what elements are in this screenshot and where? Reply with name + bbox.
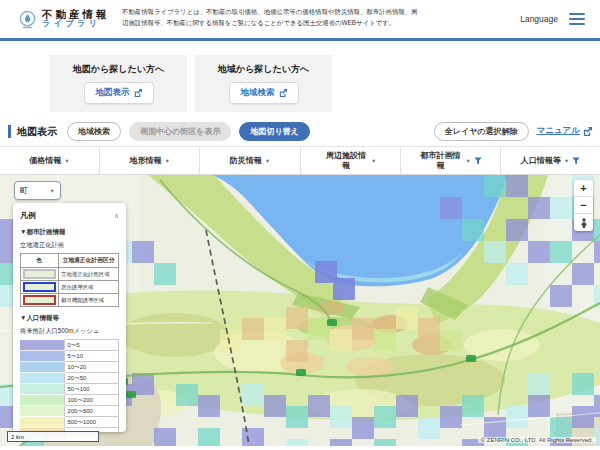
legend-row-label: 居住誘導区域	[59, 281, 119, 294]
legend-subtitle-urban: 立地適正化計画	[20, 241, 119, 250]
legend-row-label: 立地適正化計画区域	[59, 268, 119, 281]
zoom-in-button[interactable]: +	[574, 180, 593, 197]
logo-drop-icon	[18, 10, 37, 29]
zoom-out-button[interactable]: −	[574, 197, 593, 214]
legend-row-label: 都市機能誘導区域	[59, 294, 119, 307]
scale-label: 20〜50	[64, 373, 119, 384]
chevron-down-icon: ▼	[50, 188, 55, 194]
map-display-button[interactable]: 地図表示	[84, 82, 154, 104]
card-search-by-map: 地図から探したい方へ 地図表示	[50, 55, 187, 112]
funnel-filter-icon	[572, 157, 580, 165]
scale-label: 5〜10	[64, 351, 119, 362]
scale-row: 50〜100	[20, 384, 119, 395]
scale-row: 20〜50	[20, 373, 119, 384]
external-link-icon	[134, 89, 142, 97]
scale-row: 5〜10	[20, 351, 119, 362]
filter-label: 周辺施設情報	[324, 151, 368, 169]
chevron-down-icon: ▼	[265, 158, 270, 164]
scale-row: 100〜200	[20, 395, 119, 406]
legend-panel: 凡例 ∧ ▼都市計画情報 立地適正化計画 色 立地適正化計画区分 立地適正化計画…	[13, 203, 126, 432]
swatch-urban-function-zone	[23, 295, 56, 305]
scale-label: 0〜5	[64, 340, 119, 351]
scale-row: 10〜20	[20, 362, 119, 373]
layer-category-bar: 価格情報▼ 地形情報▼ 防災情報▼ 周辺施設情報▼ 都市計画情報▼ 人口情報等▼	[0, 146, 600, 175]
scale-swatch	[20, 395, 64, 406]
scale-label: 10〜20	[64, 362, 119, 373]
scale-bar-label: 2 km	[11, 434, 24, 440]
legend-section-population: ▼人口情報等	[20, 314, 119, 323]
filter-facility-info[interactable]: 周辺施設情報▼	[300, 147, 400, 174]
card-title: 地図から探したい方へ	[73, 63, 164, 76]
map-zoom-control: + −	[574, 180, 593, 231]
map-container: 町 ▼ + − 凡例 ∧ ▼都市計画情報 立地適正化計画 色 立地適正化計画区分…	[0, 175, 600, 446]
chevron-down-icon: ▼	[466, 158, 471, 164]
map-display-button-label: 地図表示	[96, 87, 130, 99]
scale-swatch	[20, 351, 64, 362]
legend-subtitle-population: 将来推計人口500mメッシュ	[20, 327, 119, 336]
scale-row: 500〜1000	[20, 417, 119, 428]
legend-section-urban: ▼都市計画情報	[20, 228, 119, 237]
scale-swatch	[20, 373, 64, 384]
scale-row: 0〜5	[20, 340, 119, 351]
population-scale-table: 0〜5 5〜10 10〜20 20〜50 50〜100 100〜200 200〜…	[20, 339, 119, 432]
scale-row: 200〜500	[20, 406, 119, 417]
scale-swatch	[20, 340, 64, 351]
legend-col-color: 色	[21, 254, 59, 268]
center-block-button[interactable]: 画面中心の街区を表示	[129, 122, 231, 141]
area-search-pill-button[interactable]: 地域検索	[67, 122, 121, 141]
card-search-by-area: 地域から探したい方へ 地域検索	[195, 55, 332, 112]
legend-row: 居住誘導区域	[21, 281, 119, 294]
filter-terrain-info[interactable]: 地形情報▼	[99, 147, 199, 174]
address-level-value: 町	[20, 185, 28, 196]
page-title: 地図表示	[8, 125, 57, 138]
site-header: 不動産情報 ライブラリ 不動産情報ライブラリとは、不動産の取引価格、地価公示等の…	[0, 0, 600, 41]
scale-swatch	[20, 406, 64, 417]
logo-subtitle: ライブラリ	[42, 20, 110, 28]
filter-population-info[interactable]: 人口情報等▼	[500, 147, 600, 174]
chevron-down-icon: ▼	[165, 158, 170, 164]
filter-urban-planning-info[interactable]: 都市計画情報▼	[400, 147, 500, 174]
chevron-down-icon: ▼	[564, 158, 569, 164]
address-level-select[interactable]: 町 ▼	[14, 181, 61, 200]
area-search-button-label: 地域検索	[241, 87, 275, 99]
scale-label: 100〜200	[64, 395, 119, 406]
map-scale-bar: 2 km	[7, 431, 99, 442]
filter-label: 価格情報	[29, 156, 61, 165]
legend-title: 凡例	[20, 210, 36, 221]
area-search-button[interactable]: 地域検索	[229, 82, 299, 104]
legend-col-category: 立地適正化計画区分	[59, 254, 119, 268]
funnel-filter-icon	[474, 157, 482, 165]
filter-price-info[interactable]: 価格情報▼	[0, 147, 99, 174]
map-toolbar: 地図表示 地域検索 画面中心の街区を表示 地図切り替え 全レイヤの選択解除 マニ…	[8, 121, 592, 141]
card-title: 地域から探したい方へ	[218, 63, 309, 76]
site-description: 不動産情報ライブラリとは、不動産の取引価格、地価公示等の価格情報や防災情報、都市…	[122, 7, 420, 28]
scale-label: 200〜500	[64, 406, 119, 417]
swatch-plan-area	[23, 269, 56, 279]
scale-swatch	[20, 384, 64, 395]
legend-row: 立地適正化計画区域	[21, 268, 119, 281]
clear-all-layers-button[interactable]: 全レイヤの選択解除	[434, 122, 529, 141]
external-link-icon	[583, 127, 592, 136]
chevron-down-icon: ▼	[64, 158, 69, 164]
external-link-icon	[279, 89, 287, 97]
site-logo[interactable]: 不動産情報 ライブラリ	[18, 9, 110, 28]
scale-label: 500〜1000	[64, 417, 119, 428]
legend-row: 都市機能誘導区域	[21, 294, 119, 307]
language-button[interactable]: Language	[520, 14, 558, 24]
current-location-button[interactable]	[574, 214, 593, 231]
chevron-down-icon: ▼	[371, 158, 376, 164]
collapse-chevron-icon[interactable]: ∧	[114, 212, 119, 220]
entry-cards: 地図から探したい方へ 地図表示 地域から探したい方へ 地域検索	[50, 55, 600, 112]
scale-label: 50〜100	[64, 384, 119, 395]
manual-link[interactable]: マニュアル	[537, 125, 593, 137]
filter-label: 都市計画情報	[419, 151, 463, 169]
menu-hamburger-icon[interactable]	[569, 13, 585, 25]
scale-swatch	[20, 362, 64, 373]
filter-disaster-info[interactable]: 防災情報▼	[199, 147, 299, 174]
urban-plan-legend-table: 色 立地適正化計画区分 立地適正化計画区域 居住誘導区域 都市機能誘導区域	[20, 253, 119, 307]
map-attribution: © ZENRIN CO., LTD. All Rights Reserved.	[478, 437, 596, 443]
filter-label: 地形情報	[130, 156, 162, 165]
filter-label: 人口情報等	[521, 156, 561, 165]
map-switch-button[interactable]: 地図切り替え	[239, 122, 309, 141]
scale-swatch	[20, 417, 64, 428]
